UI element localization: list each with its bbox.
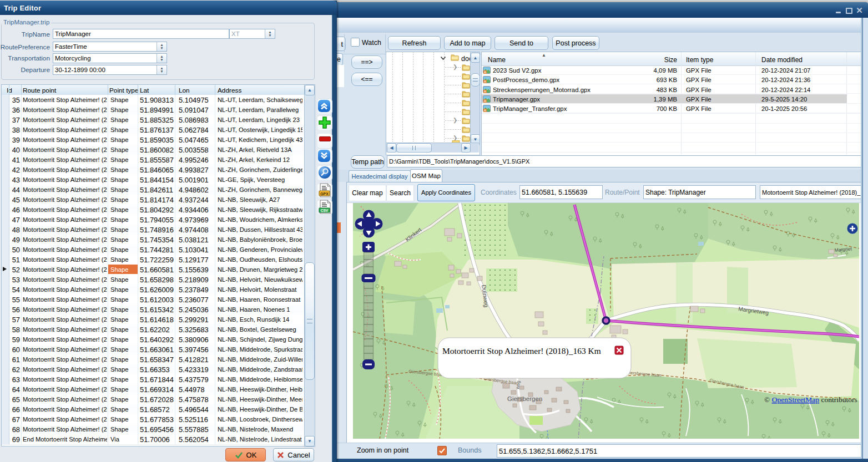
svg-text:© OpenStreetMap contributors: © OpenStreetMap contributors — [764, 395, 857, 404]
svg-text:CSV: CSV — [321, 209, 329, 212]
svg-text:A: A — [484, 99, 486, 103]
svg-text:A: A — [484, 109, 486, 112]
svg-text:Motortoerrit Stop Alzheimer! (: Motortoerrit Stop Alzheimer! (2018)_163 … — [442, 346, 601, 356]
svg-text:A: A — [484, 80, 486, 83]
svg-text:A: A — [484, 90, 486, 93]
svg-text:A: A — [484, 70, 486, 74]
svg-text:Giersbergen: Giersbergen — [507, 395, 542, 402]
svg-text:GPX: GPX — [320, 192, 329, 196]
